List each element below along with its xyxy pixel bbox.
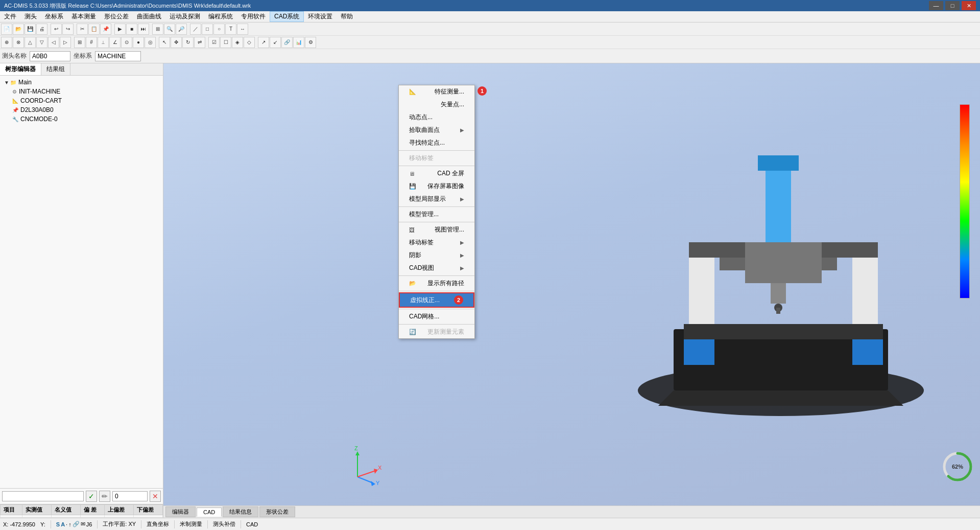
vtab-tolerance[interactable]: 形状公差	[259, 506, 295, 517]
tb-line[interactable]: ／	[190, 24, 201, 35]
cm-show-paths[interactable]: 📂 显示所有路径	[399, 277, 474, 290]
menu-env[interactable]: 环境设置	[304, 11, 337, 22]
cm-shadow[interactable]: 阴影 ▶	[399, 249, 474, 262]
sensor-input[interactable]	[30, 51, 70, 61]
status-sep-4	[174, 520, 175, 528]
cm-find-point[interactable]: 寻找特定点...	[399, 136, 474, 149]
tb-dim[interactable]: ↔	[237, 24, 248, 35]
confirm-button[interactable]: ✓	[86, 491, 97, 502]
tb-zoom-out[interactable]: 🔎	[176, 24, 187, 35]
tb2-point[interactable]: ●	[133, 37, 144, 48]
cm-pick-surface[interactable]: 拾取曲面点 ▶	[399, 124, 474, 136]
tree-item-cnc[interactable]: 🔧 CNCMODE-0	[10, 114, 161, 124]
close-button[interactable]: ✕	[962, 1, 976, 10]
tree-item-d2l[interactable]: 📌 D2L30A0B0	[10, 105, 161, 114]
edit-button[interactable]: ✏	[99, 491, 110, 502]
tb2-mirror[interactable]: ⇌	[194, 37, 205, 48]
tb-redo[interactable]: ↪	[62, 24, 74, 35]
minimize-button[interactable]: —	[929, 1, 943, 10]
cm-model-manage[interactable]: 模型管理...	[399, 208, 474, 221]
cm-view-manage[interactable]: 🖼 视图管理...	[399, 223, 474, 236]
vtab-results[interactable]: 结果信息	[223, 506, 258, 517]
cad-view[interactable]: Z Y X 62% 编辑器 CAD 结果信息	[163, 63, 980, 518]
cm-dynamic-point[interactable]: 动态点...	[399, 111, 474, 124]
tb-zoom-in[interactable]: 🔍	[164, 24, 175, 35]
menu-program[interactable]: 编程系统	[204, 11, 237, 22]
tb-save[interactable]: 💾	[25, 24, 36, 35]
tree-item-main[interactable]: ▼ 📁 Main	[2, 78, 161, 87]
tb-step[interactable]: ⏭	[138, 24, 149, 35]
status-probecomp: 测头补偿	[213, 520, 235, 528]
tb2-circ2[interactable]: ◎	[145, 37, 156, 48]
tb2-move[interactable]: ✥	[171, 37, 182, 48]
menu-curve[interactable]: 曲面曲线	[133, 11, 165, 22]
tab-result-group[interactable]: 结果组	[41, 63, 70, 75]
tb2-import[interactable]: ↙	[270, 37, 281, 48]
menu-cad[interactable]: CAD系统	[270, 11, 304, 22]
tb-print[interactable]: 🖨	[36, 24, 47, 35]
cm-label-cad-grid: CAD网格...	[409, 312, 439, 321]
tb2-3[interactable]: △	[25, 37, 36, 48]
tb2-link[interactable]: 🔗	[281, 37, 293, 48]
cm-cad-fullscreen[interactable]: 🖥 CAD 全屏	[399, 167, 474, 180]
tb2-check1[interactable]: ☑	[208, 37, 220, 48]
tb2-snap[interactable]: ⊞	[74, 37, 85, 48]
tb-copy[interactable]: 📋	[88, 24, 100, 35]
tree-item-coord[interactable]: 📐 COORD-CART	[10, 96, 161, 105]
menu-coord[interactable]: 坐标系	[41, 11, 67, 22]
tb2-config[interactable]: ⚙	[305, 37, 316, 48]
tree-item-init[interactable]: ⚙ INIT-MACHINE	[10, 87, 161, 96]
tb2-check3[interactable]: ◈	[232, 37, 243, 48]
tab-tree-editor[interactable]: 树形编辑器	[0, 63, 41, 75]
cm-cad-view[interactable]: CAD视图 ▶	[399, 262, 474, 274]
search-input[interactable]	[2, 491, 84, 501]
clear-button[interactable]: ✕	[150, 491, 161, 502]
vtab-cad[interactable]: CAD	[197, 508, 222, 517]
tb-cut[interactable]: ✂	[77, 24, 88, 35]
menu-motion[interactable]: 运动及探测	[165, 11, 204, 22]
tb-rect[interactable]: □	[202, 24, 213, 35]
number-input[interactable]	[112, 491, 148, 501]
cm-vector-point[interactable]: 矢量点...	[399, 98, 474, 111]
tb2-center[interactable]: ⊙	[121, 37, 132, 48]
tb-undo[interactable]: ↩	[51, 24, 62, 35]
tb-text[interactable]: T	[225, 24, 236, 35]
tb2-rotate[interactable]: ↻	[182, 37, 194, 48]
menu-file[interactable]: 文件	[0, 11, 20, 22]
tb-open[interactable]: 📂	[13, 24, 24, 35]
tb2-4[interactable]: ▽	[36, 37, 47, 48]
menu-help[interactable]: 帮助	[337, 11, 357, 22]
tb2-1[interactable]: ⊕	[1, 37, 12, 48]
menu-tolerance[interactable]: 形位公差	[100, 11, 133, 22]
tree-label-cnc: CNCMODE-0	[20, 116, 58, 123]
tb2-check2[interactable]: ☐	[220, 37, 231, 48]
tb2-5[interactable]: ◁	[48, 37, 59, 48]
menu-probe[interactable]: 测头	[20, 11, 41, 22]
cm-cad-grid[interactable]: CAD网格...	[399, 310, 474, 323]
vtab-editor[interactable]: 编辑器	[165, 506, 196, 517]
tb2-check4[interactable]: ◇	[244, 37, 255, 48]
tb-zoom-fit[interactable]: ⊞	[152, 24, 163, 35]
cm-model-partial[interactable]: 模型局部显示 ▶	[399, 193, 474, 205]
tb2-angle[interactable]: ∠	[109, 37, 121, 48]
tb2-report[interactable]: 📊	[293, 37, 304, 48]
menu-measure[interactable]: 基本测量	[67, 11, 100, 22]
tb2-select[interactable]: ↖	[159, 37, 170, 48]
menu-special[interactable]: 专用软件	[237, 11, 270, 22]
cm-virtual-calib[interactable]: 虚拟线正... 2	[399, 292, 474, 308]
cm-feature-measure[interactable]: 📐 特征测量...	[399, 85, 474, 98]
tb2-2[interactable]: ⊗	[13, 37, 24, 48]
cm-move-label2[interactable]: 移动标签 ▶	[399, 236, 474, 249]
coord-input[interactable]	[95, 51, 141, 61]
tb2-6[interactable]: ▷	[60, 37, 71, 48]
tb-stop[interactable]: ■	[126, 24, 137, 35]
tb-paste[interactable]: 📌	[100, 24, 111, 35]
maximize-button[interactable]: □	[945, 1, 960, 10]
tb-circle[interactable]: ○	[213, 24, 225, 35]
cm-save-screen[interactable]: 💾 保存屏幕图像	[399, 180, 474, 193]
tb-new[interactable]: 📄	[1, 24, 12, 35]
tb-run[interactable]: ▶	[114, 24, 126, 35]
tb2-export[interactable]: ↗	[258, 37, 269, 48]
tb2-axis[interactable]: ⟂	[98, 37, 109, 48]
tb2-grid[interactable]: #	[86, 37, 97, 48]
